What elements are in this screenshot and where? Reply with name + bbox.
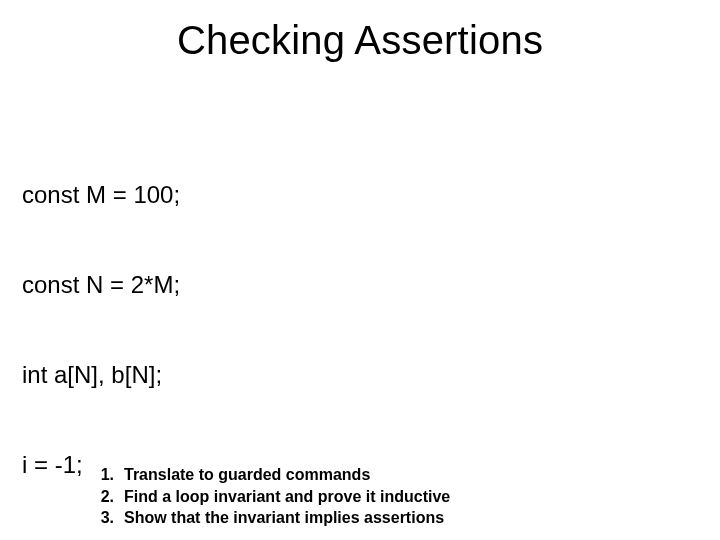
step-text: Translate to guarded commands	[124, 464, 370, 486]
code-line: int a[N], b[N];	[22, 360, 214, 390]
steps-list: 1. Translate to guarded commands 2. Find…	[92, 464, 450, 529]
step-item: 2. Find a loop invariant and prove it in…	[92, 486, 450, 508]
step-text: Show that the invariant implies assertio…	[124, 507, 444, 529]
slide-title: Checking Assertions	[0, 18, 720, 63]
step-number: 2.	[92, 486, 124, 508]
step-number: 3.	[92, 507, 124, 529]
code-line: const M = 100;	[22, 180, 214, 210]
code-line: const N = 2*M;	[22, 270, 214, 300]
step-text: Find a loop invariant and prove it induc…	[124, 486, 450, 508]
step-item: 3. Show that the invariant implies asser…	[92, 507, 450, 529]
step-number: 1.	[92, 464, 124, 486]
step-item: 1. Translate to guarded commands	[92, 464, 450, 486]
slide: Checking Assertions const M = 100; const…	[0, 0, 720, 540]
